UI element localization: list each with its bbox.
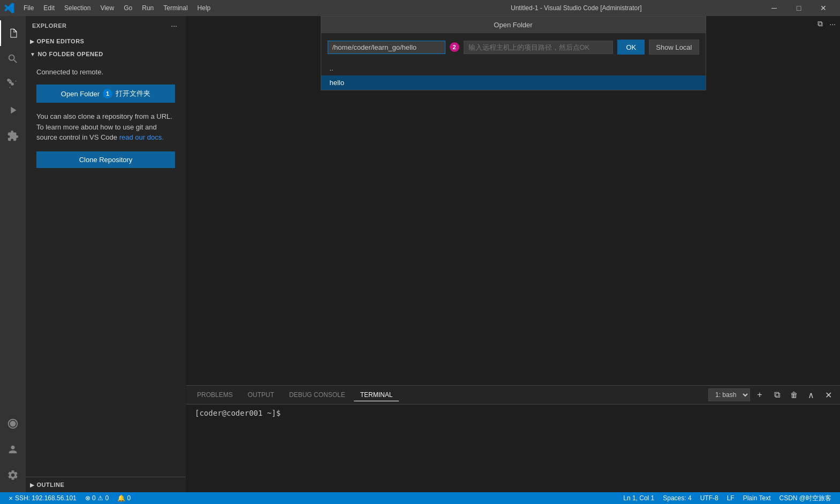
sidebar-actions: ···: [169, 20, 179, 31]
open-folder-dialog: Open Folder 2 OK Show Local .. hello: [321, 16, 706, 90]
sidebar: Explorer ··· ▶ Open Editors ▼ No Folder …: [26, 16, 186, 492]
window-controls: ─ □ ✕: [762, 0, 836, 16]
status-errors-text: ⊗ 0 ⚠ 0: [85, 494, 109, 502]
status-language[interactable]: Plain Text: [739, 492, 775, 504]
dialog-badge: 2: [450, 42, 459, 52]
activity-search[interactable]: [0, 46, 26, 72]
status-ssh[interactable]: ✕ SSH: 192.168.56.101: [4, 492, 81, 504]
open-folder-label: Open Folder: [61, 90, 100, 98]
menu-terminal[interactable]: Terminal: [159, 3, 192, 13]
status-ssh-icon: ✕: [9, 495, 13, 501]
status-bar-right: Ln 1, Col 1 Spaces: 4 UTF-8 LF Plain Tex…: [619, 492, 836, 504]
no-folder-content: Connected to remote. Open Folder 1 打开文件夹…: [26, 59, 186, 177]
status-eol[interactable]: LF: [723, 492, 739, 504]
dialog-ok-button[interactable]: OK: [617, 40, 645, 55]
activity-remote[interactable]: [0, 411, 26, 437]
window-title: Untitled-1 - Visual Studio Code [Adminis…: [391, 4, 762, 12]
activity-run[interactable]: [0, 97, 26, 123]
outline-chevron: ▶: [30, 482, 35, 488]
editor-area: ⧉ ··· Open Folder 2 OK Show Local .. hel…: [186, 16, 840, 492]
dialog-remote-path-input[interactable]: [464, 41, 614, 54]
connected-text: Connected to remote.: [36, 68, 175, 76]
menu-run[interactable]: Run: [138, 3, 158, 13]
maximize-button[interactable]: □: [786, 0, 811, 16]
open-editors-section: ▶ Open Editors: [26, 35, 186, 48]
clone-repo-button[interactable]: Clone Repository: [36, 151, 175, 168]
menu-bar: File Edit Selection View Go Run Terminal…: [19, 3, 391, 13]
activity-account[interactable]: [0, 437, 26, 462]
minimize-button[interactable]: ─: [762, 0, 786, 16]
outline-label: Outline: [37, 482, 65, 488]
menu-selection[interactable]: Selection: [60, 3, 95, 13]
sidebar-header: Explorer ···: [26, 16, 186, 35]
no-folder-label: No Folder Opened: [37, 51, 103, 57]
dialog-input-row: 2 OK Show Local: [321, 33, 706, 61]
activity-explorer[interactable]: [0, 20, 26, 46]
menu-file[interactable]: File: [19, 3, 38, 13]
activity-settings[interactable]: [0, 462, 26, 488]
no-folder-chevron: ▼: [30, 51, 35, 57]
status-csdn[interactable]: CSDN @时空旅客: [775, 492, 836, 504]
status-errors[interactable]: ⊗ 0 ⚠ 0: [81, 492, 113, 504]
open-folder-chinese-label: 打开文件夹: [116, 89, 150, 98]
status-spaces[interactable]: Spaces: 4: [659, 492, 695, 504]
no-folder-header[interactable]: ▼ No Folder Opened: [26, 49, 186, 59]
open-editors-header[interactable]: ▶ Open Editors: [26, 36, 186, 47]
vscode-logo: [4, 3, 15, 13]
status-encoding[interactable]: UTF-8: [696, 492, 723, 504]
dialog-show-local-button[interactable]: Show Local: [649, 40, 699, 55]
dialog-title: Open Folder: [321, 17, 706, 33]
outline-section: ▶ Outline: [26, 477, 186, 492]
title-bar: File Edit Selection View Go Run Terminal…: [0, 0, 840, 16]
outline-header[interactable]: ▶ Outline: [26, 479, 186, 490]
status-bar: ✕ SSH: 192.168.56.101 ⊗ 0 ⚠ 0 🔔 0 Ln 1, …: [0, 492, 840, 504]
menu-help[interactable]: Help: [193, 3, 215, 13]
read-docs-link[interactable]: read our docs.: [119, 133, 164, 141]
no-folder-section: ▼ No Folder Opened Connected to remote. …: [26, 48, 186, 178]
open-folder-button[interactable]: Open Folder 1 打开文件夹: [36, 85, 175, 103]
menu-go[interactable]: Go: [119, 3, 137, 13]
close-button[interactable]: ✕: [811, 0, 836, 16]
status-cursor[interactable]: Ln 1, Col 1: [619, 492, 659, 504]
status-notifications[interactable]: 🔔 0: [113, 492, 135, 504]
dialog-file-list: .. hello: [321, 61, 706, 90]
activity-bar-bottom: [0, 411, 26, 492]
open-folder-dialog-overlay: Open Folder 2 OK Show Local .. hello: [186, 16, 840, 492]
helper-text: You can also clone a repository from a U…: [36, 111, 175, 143]
dialog-list-item-dotdot[interactable]: ..: [321, 61, 706, 75]
open-editors-label: Open Editors: [37, 38, 85, 44]
sidebar-more-actions[interactable]: ···: [169, 20, 179, 31]
status-ssh-text: SSH: 192.168.56.101: [15, 494, 77, 502]
open-folder-badge: 1: [103, 89, 112, 98]
activity-bar: [0, 16, 26, 492]
open-editors-chevron: ▶: [30, 39, 35, 44]
dialog-list-item-hello[interactable]: hello: [321, 75, 706, 90]
menu-view[interactable]: View: [96, 3, 118, 13]
sidebar-title: Explorer: [32, 22, 67, 29]
main-area: Explorer ··· ▶ Open Editors ▼ No Folder …: [0, 16, 840, 492]
dialog-path-input[interactable]: [328, 41, 445, 54]
activity-extensions[interactable]: [0, 123, 26, 149]
status-notifications-text: 🔔 0: [117, 494, 131, 502]
activity-source-control[interactable]: [0, 72, 26, 97]
menu-edit[interactable]: Edit: [39, 3, 59, 13]
